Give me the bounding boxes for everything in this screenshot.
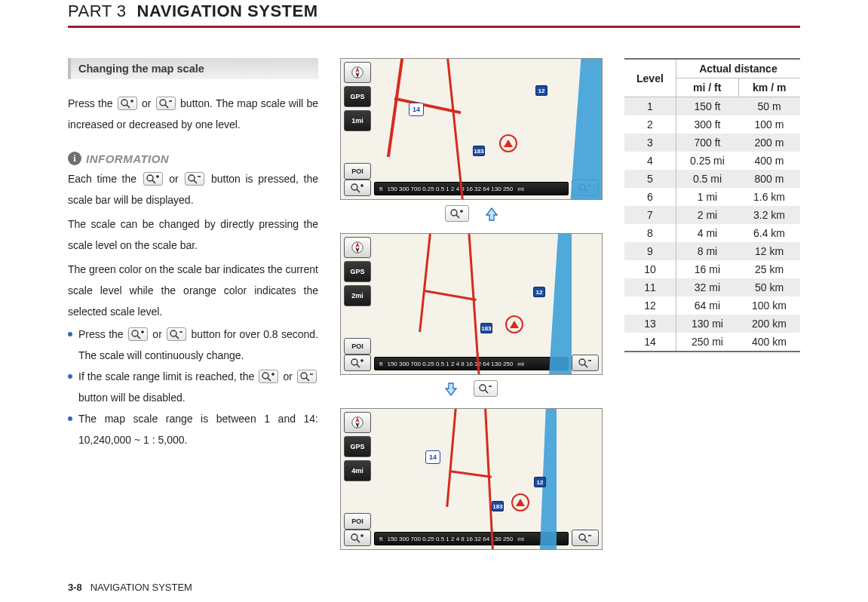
bullet-hold-button: Press the or button for over 0.8 second.… bbox=[68, 324, 318, 366]
route-14-shield: 14 bbox=[425, 450, 440, 464]
th-km-m: km / m bbox=[738, 78, 800, 97]
table-row: 3700 ft200 m bbox=[624, 134, 800, 152]
cell-level: 9 bbox=[624, 242, 676, 260]
info-icon: i bbox=[68, 152, 81, 165]
scalebar-ticks: 150 300 700 0.25 0.5 1 2 4 8 16 32 64 13… bbox=[387, 186, 513, 192]
cell-level: 5 bbox=[624, 170, 676, 188]
poi-button[interactable]: POI bbox=[344, 163, 371, 180]
route-183-shield: 183 bbox=[473, 146, 485, 156]
gps-indicator: GPS bbox=[344, 436, 371, 457]
table-row: 1132 mi50 km bbox=[624, 278, 800, 296]
cell-km-m: 100 m bbox=[738, 115, 800, 134]
cell-mi-ft: 8 mi bbox=[676, 242, 738, 260]
zoom-in-icon bbox=[128, 327, 148, 341]
compass-button[interactable] bbox=[344, 237, 371, 258]
gps-indicator: GPS bbox=[344, 261, 371, 282]
cell-mi-ft: 4 mi bbox=[676, 224, 738, 242]
bullet-scale-range: The map scale range is between 1 and 14:… bbox=[68, 408, 318, 450]
cell-mi-ft: 32 mi bbox=[676, 278, 738, 296]
cell-km-m: 50 km bbox=[738, 278, 800, 296]
scale-bar[interactable]: ft 150 300 700 0.25 0.5 1 2 4 8 16 32 64… bbox=[374, 182, 569, 195]
scale-bar[interactable]: ft 150 300 700 0.25 0.5 1 2 4 8 16 32 64… bbox=[374, 357, 569, 370]
footer-section: NAVIGATION SYSTEM bbox=[90, 582, 192, 593]
route-183-shield: 183 bbox=[480, 323, 492, 333]
zoom-out-icon bbox=[474, 380, 498, 397]
cell-level: 2 bbox=[624, 115, 676, 134]
scale-label: 4mi bbox=[344, 460, 371, 481]
poi-button[interactable]: POI bbox=[344, 338, 371, 355]
th-level: Level bbox=[624, 59, 676, 97]
table-row: 50.5 mi800 m bbox=[624, 170, 800, 188]
cell-km-m: 200 km bbox=[738, 315, 800, 333]
table-row: 84 mi6.4 km bbox=[624, 224, 800, 242]
cell-mi-ft: 0.5 mi bbox=[676, 170, 738, 188]
page-header: PART 3 NAVIGATION SYSTEM bbox=[68, 0, 800, 28]
scalebar-ticks: 150 300 700 0.25 0.5 1 2 4 8 16 32 64 13… bbox=[387, 361, 513, 367]
bullet-limit-disabled: If the scale range limit is reached, the… bbox=[68, 366, 318, 408]
cell-level: 1 bbox=[624, 97, 676, 116]
information-heading: i INFORMATION bbox=[68, 152, 318, 165]
zoom-in-icon bbox=[118, 97, 137, 110]
text: Press the bbox=[78, 328, 127, 340]
zoom-in-icon bbox=[259, 370, 278, 383]
info-paragraph-1: Each time the or button is pressed, the … bbox=[68, 168, 318, 210]
cell-mi-ft: 0.25 mi bbox=[676, 152, 738, 170]
route-14-shield: 14 bbox=[409, 103, 424, 116]
scalebar-unit-ft: ft bbox=[379, 186, 382, 192]
cell-level: 14 bbox=[624, 333, 676, 352]
cell-level: 3 bbox=[624, 134, 676, 152]
table-row: 98 mi12 km bbox=[624, 242, 800, 260]
text: or bbox=[152, 328, 165, 340]
text: If the scale range limit is reached, the bbox=[78, 370, 257, 382]
map-screenshot-1mi: GPS 1mi POI ft 150 300 700 0.25 0.5 1 2 … bbox=[340, 58, 603, 200]
table-row: 1264 mi100 km bbox=[624, 296, 800, 315]
table-row: 2300 ft100 m bbox=[624, 115, 800, 134]
info-paragraph-2: The scale can be changed by directly pre… bbox=[68, 213, 318, 256]
scale-bar[interactable]: ft 150 300 700 0.25 0.5 1 2 4 8 16 32 64… bbox=[374, 532, 569, 545]
zoom-in-button[interactable] bbox=[344, 180, 371, 196]
paragraph-press-buttons: Press the or button. The map scale will … bbox=[68, 93, 318, 135]
cell-level: 11 bbox=[624, 278, 676, 296]
current-position-icon bbox=[511, 493, 529, 511]
text: or bbox=[169, 173, 183, 185]
table-row: 40.25 mi400 m bbox=[624, 152, 800, 170]
cell-mi-ft: 2 mi bbox=[676, 206, 738, 224]
cell-km-m: 3.2 km bbox=[738, 206, 800, 224]
scalebar-unit-mi: mi bbox=[517, 361, 523, 367]
scale-label: 2mi bbox=[344, 285, 371, 306]
arrow-down-icon bbox=[443, 382, 459, 397]
zoom-in-button[interactable] bbox=[344, 355, 371, 371]
cell-km-m: 50 m bbox=[738, 97, 800, 116]
current-position-icon bbox=[505, 315, 523, 333]
info-paragraph-3: The green color on the scale bar indicat… bbox=[68, 259, 318, 322]
table-row: 13130 mi200 km bbox=[624, 315, 800, 333]
scalebar-ticks: 150 300 700 0.25 0.5 1 2 4 8 16 32 64 13… bbox=[387, 536, 513, 542]
zoom-in-button[interactable] bbox=[344, 530, 371, 546]
text: Each time the bbox=[68, 173, 142, 185]
header-part: PART 3 bbox=[68, 2, 127, 21]
cell-mi-ft: 130 mi bbox=[676, 315, 738, 333]
zoom-in-icon bbox=[445, 205, 469, 222]
scalebar-unit-ft: ft bbox=[379, 361, 382, 367]
cell-km-m: 1.6 km bbox=[738, 188, 800, 206]
cell-level: 12 bbox=[624, 296, 676, 315]
table-row: 1016 mi25 km bbox=[624, 260, 800, 278]
zoom-out-button[interactable] bbox=[572, 530, 599, 546]
cell-mi-ft: 300 ft bbox=[676, 115, 738, 134]
table-row: 1150 ft50 m bbox=[624, 97, 800, 116]
th-actual-distance: Actual distance bbox=[676, 59, 800, 78]
cell-km-m: 100 km bbox=[738, 296, 800, 315]
zoom-out-icon bbox=[156, 97, 176, 110]
zoom-out-button[interactable] bbox=[572, 355, 599, 371]
page-number: 3-8 bbox=[68, 582, 82, 593]
exit-sign: 12 bbox=[534, 477, 546, 487]
gps-indicator: GPS bbox=[344, 86, 371, 107]
cell-km-m: 800 m bbox=[738, 170, 800, 188]
poi-button[interactable]: POI bbox=[344, 513, 371, 530]
zoom-out-icon bbox=[185, 172, 204, 186]
compass-button[interactable] bbox=[344, 62, 371, 83]
map-screenshot-2mi: GPS 2mi POI ft 150 300 700 0.25 0.5 1 2 … bbox=[340, 233, 603, 375]
compass-button[interactable] bbox=[344, 412, 371, 433]
zoom-in-icon bbox=[143, 172, 163, 186]
cell-level: 13 bbox=[624, 315, 676, 333]
